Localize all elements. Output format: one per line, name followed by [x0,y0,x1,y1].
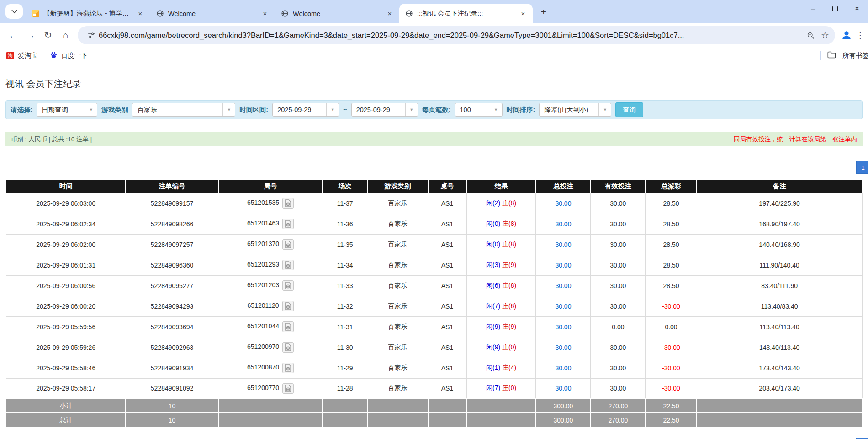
result-banker: 庄(9) [502,261,516,268]
per-page-label: 每页笔数: [422,106,451,114]
close-window-button[interactable]: × [846,0,868,17]
date-start-select[interactable]: 2025-09-29 ▼ [272,103,339,117]
video-replay-button[interactable] [282,198,294,209]
cell-round-id: 651201463 [218,214,323,234]
home-button[interactable]: ⌂ [57,27,74,44]
cell-total-bet: 30.00 [536,316,591,337]
profile-avatar[interactable] [839,27,854,43]
sort-select[interactable]: 降幂(由大到小) ▼ [539,103,611,117]
game-type-select[interactable]: 百家乐 ▼ [132,103,235,117]
total-bet-link[interactable]: 30.00 [555,344,571,351]
minimize-button[interactable]: – [802,0,824,17]
col-note: 备注 [697,180,862,193]
table-header: 时间 注单编号 局号 场次 游戏类别 桌号 结果 总投注 有效投注 总派彩 备注 [6,180,862,193]
cell-table-no: AS1 [428,275,466,296]
new-tab-button[interactable]: + [536,5,551,19]
taobao-icon: 淘 [6,52,14,59]
url-text[interactable]: 66cxkj98.com/game/betrecord_search/kind3… [99,31,803,40]
video-replay-button[interactable] [282,260,294,270]
cell-table-no: AS1 [428,358,466,378]
total-bet-link[interactable]: 30.00 [555,385,571,392]
total-bet-link[interactable]: 30.00 [555,200,571,207]
result-player: 闲(2) [486,199,500,207]
back-button[interactable]: ← [5,27,22,44]
tab-welcome-1[interactable]: Welcome × [150,4,275,23]
bookmark-baidu[interactable]: 百度一下 [50,51,88,60]
video-replay-button[interactable] [282,383,294,394]
subtotal-row: 小计 10 300.00 270.00 22.50 [6,399,862,413]
cell-bet-id: 522849091092 [126,378,218,399]
total-bet-link[interactable]: 30.00 [555,303,571,310]
zoom-indicator-icon[interactable] [803,28,818,43]
cell-note: 203.40/173.40 [697,378,862,399]
cell-session: 11-37 [323,193,367,214]
per-page-select[interactable]: 100 ▼ [455,103,503,117]
tab-close-icon[interactable]: × [385,9,395,19]
cell-round-id: 651201293 [218,255,323,275]
tab-welcome-2[interactable]: Welcome × [275,4,399,23]
total-bet-link[interactable]: 30.00 [555,282,571,289]
cell-time: 2025-09-29 05:58:17 [6,378,126,399]
all-bookmarks-label[interactable]: 所有书签 [842,51,868,60]
date-end-select[interactable]: 2025-09-29 ▼ [351,103,418,117]
forward-button[interactable]: → [22,27,39,44]
cell-note: 197.40/225.90 [697,193,862,214]
video-replay-button[interactable] [282,280,294,291]
address-bar[interactable]: 66cxkj98.com/game/betrecord_search/kind3… [78,26,835,44]
select-mode-label: 请选择: [11,106,32,114]
total-bet-link[interactable]: 30.00 [555,262,571,269]
tab-close-icon[interactable]: × [135,9,145,19]
page-title: 视讯 会员下注纪录 [5,78,863,90]
cell-valid-bet: 30.00 [591,193,646,214]
video-replay-button[interactable] [282,321,294,332]
table-row: 2025-09-29 05:59:26 522849092963 6512009… [6,337,862,358]
bookmark-aitaobao[interactable]: 淘 爱淘宝 [6,51,38,60]
cell-bet-id: 522849098266 [126,214,218,234]
tab-strip: 【新提醒】海燕论坛 - 博学交流 × Welcome × Welcome × :… [0,0,868,23]
bookmark-star-icon[interactable]: ☆ [818,28,832,43]
video-replay-button[interactable] [282,342,294,353]
cell-time: 2025-09-29 06:00:20 [6,296,126,316]
cell-session: 11-28 [323,378,367,399]
total-bet-link[interactable]: 30.00 [555,220,571,228]
browser-menu-icon[interactable]: ⋮ [854,30,866,41]
game-type-label: 游戏类别 [101,106,128,114]
result-banker: 庄(8) [502,199,516,207]
cell-valid-bet: 30.00 [591,234,646,255]
total-bet-link[interactable]: 30.00 [555,323,571,331]
video-replay-button[interactable] [282,363,294,373]
baidu-paw-icon [50,51,58,60]
page-number-button[interactable]: 1 [856,161,868,174]
cell-bet-id: 522849099157 [126,193,218,214]
total-bet-link[interactable]: 30.00 [555,241,571,248]
tab-bet-records-active[interactable]: :::视讯 会员下注纪录::: × [399,4,533,23]
video-replay-button[interactable] [282,301,294,311]
site-info-icon[interactable] [84,28,99,43]
tab-search-button[interactable] [5,4,23,19]
tab-close-icon[interactable]: × [518,9,528,19]
query-button[interactable]: 查询 [615,102,643,117]
pagination-top: 1 [5,161,863,174]
maximize-button[interactable] [824,0,846,17]
tab-close-icon[interactable]: × [260,9,270,19]
total-bet-link[interactable]: 30.00 [555,364,571,372]
total-label: 总计 [6,413,126,427]
result-player: 闲(1) [486,364,500,371]
video-replay-button[interactable] [282,219,294,229]
video-replay-button[interactable] [282,239,294,250]
cell-result: 闲(9) 庄(9) [466,316,536,337]
subtotal-payout: 22.50 [646,399,697,413]
cell-game: 百家乐 [367,214,428,234]
cell-time: 2025-09-29 05:58:46 [6,358,126,378]
query-mode-select[interactable]: 日期查询 ▼ [37,103,97,117]
reload-button[interactable]: ↻ [39,27,57,44]
table-row: 2025-09-29 06:02:34 522849098266 6512014… [6,214,862,234]
tab-forum[interactable]: 【新提醒】海燕论坛 - 博学交流 × [26,4,150,23]
cell-total-bet: 30.00 [536,378,591,399]
cell-note: 168.90/197.40 [697,214,862,234]
col-game: 游戏类别 [367,180,428,193]
col-round-id: 局号 [218,180,323,193]
cell-result: 闲(0) 庄(8) [466,234,536,255]
cell-note: 111.90/140.40 [697,255,862,275]
cell-bet-id: 522849096360 [126,255,218,275]
